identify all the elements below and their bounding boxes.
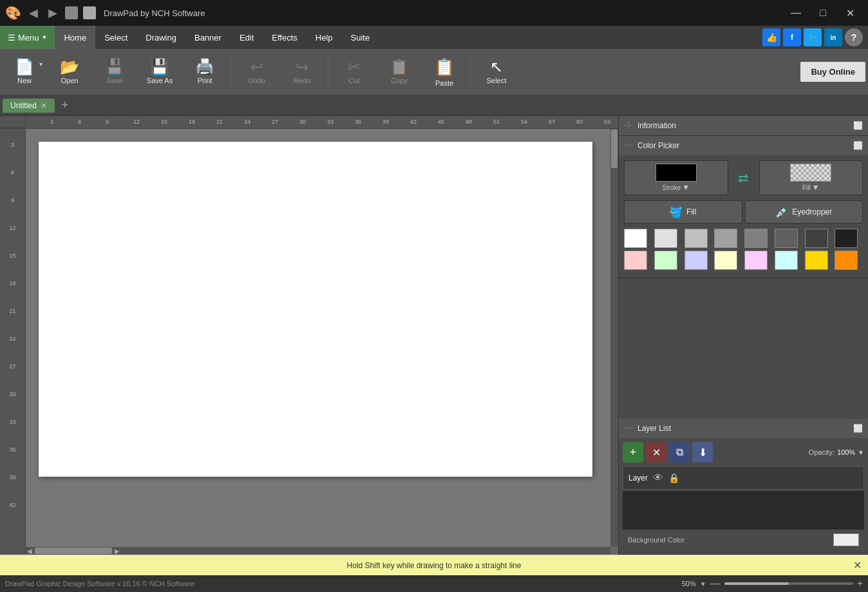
menu-label: Menu [18, 33, 39, 43]
print-btn[interactable]: 🖨️ Print [183, 52, 227, 93]
save-btn[interactable]: 💾 Save [93, 52, 137, 93]
color-swatch[interactable] [835, 251, 858, 270]
color-swatch[interactable] [835, 229, 858, 248]
color-swatch[interactable] [624, 229, 647, 248]
save-icon-disk[interactable] [65, 6, 78, 19]
copy-btn[interactable]: 📋 Copy [377, 52, 421, 93]
zoom-minus-btn[interactable]: — [710, 578, 721, 589]
nav-forward[interactable]: ▶ [46, 5, 60, 21]
linkedin-icon[interactable]: in [824, 28, 842, 46]
vertical-scrollbar[interactable] [610, 129, 618, 547]
zoombar: DrawPad Graphic Design Software v 10.16 … [0, 575, 868, 592]
opacity-dropdown-icon[interactable]: ▼ [858, 449, 864, 456]
tab-close-icon[interactable]: ✕ [41, 101, 47, 110]
scrollbar-thumb-h[interactable] [35, 548, 112, 554]
color-swatch[interactable] [624, 251, 647, 270]
new-btn[interactable]: 📄 New ▾ [3, 52, 46, 93]
menu-home[interactable]: Home [55, 26, 95, 49]
paste-btn[interactable]: 📋 Paste [422, 52, 466, 93]
scroll-left-btn[interactable]: ◀ [27, 548, 32, 555]
canvas-area: 369121518212427303336394245485154576063 … [0, 116, 618, 555]
color-swatch[interactable] [775, 229, 798, 248]
duplicate-layer-btn[interactable]: ⧉ [669, 442, 690, 463]
color-swatch[interactable] [805, 229, 828, 248]
menu-banner[interactable]: Banner [185, 26, 231, 49]
information-section: ➕ Information ⬜ [619, 116, 868, 136]
help-icon[interactable]: ? [845, 28, 863, 46]
stroke-dropdown-icon[interactable]: ▼ [682, 183, 690, 192]
twitter-icon[interactable]: 🐦 [804, 28, 822, 46]
color-swatch[interactable] [714, 251, 737, 270]
save-label: Save [106, 77, 122, 84]
canvas-surface[interactable] [39, 142, 592, 477]
fill-color-swatch[interactable] [790, 164, 831, 182]
color-picker-title: Color Picker [637, 141, 849, 150]
color-swatch[interactable] [744, 251, 768, 270]
cut-btn[interactable]: ✂ Cut [332, 52, 376, 93]
menu-select[interactable]: Select [95, 26, 137, 49]
scrollbar-thumb-v[interactable] [611, 129, 618, 168]
redo-btn[interactable]: ↪ Redo [280, 52, 324, 93]
saveas-btn[interactable]: 💾 Save As [138, 52, 182, 93]
color-picker-header[interactable]: ➖ Color Picker ⬜ [619, 136, 868, 155]
buy-online-btn[interactable]: Buy Online [800, 62, 865, 82]
close-btn[interactable]: ✕ [837, 3, 863, 23]
thumbsup-icon[interactable]: 👍 [762, 28, 780, 46]
eyedropper-btn[interactable]: 💉 Eyedropper [745, 200, 863, 224]
select-btn[interactable]: ↖ Select [475, 52, 518, 93]
color-swatch[interactable] [684, 229, 708, 248]
facebook-icon[interactable]: f [783, 28, 801, 46]
bg-color-swatch[interactable] [833, 533, 859, 546]
fill-btn-label: Fill [686, 207, 696, 216]
color-swatch[interactable] [714, 229, 737, 248]
nav-back[interactable]: ◀ [26, 5, 41, 21]
fill-dropdown-icon[interactable]: ▼ [812, 183, 820, 192]
toolbar-sep-2 [328, 56, 328, 88]
layer-item[interactable]: Layer 👁 🔒 [623, 466, 864, 490]
add-layer-btn[interactable]: + [623, 442, 643, 463]
zoom-dropdown-icon[interactable]: ▼ [700, 580, 706, 587]
color-swatch[interactable] [744, 229, 768, 248]
fill-box[interactable]: Fill ▼ [759, 160, 863, 195]
add-tab-btn[interactable]: + [57, 98, 73, 113]
color-swatch[interactable] [654, 251, 677, 270]
menu-hamburger-btn[interactable]: ☰ Menu ▼ [0, 26, 55, 49]
fill-bucket-icon: 🪣 [670, 206, 683, 218]
fill-action-btn[interactable]: 🪣 Fill [624, 200, 742, 224]
zoom-plus-btn[interactable]: + [857, 578, 863, 589]
save-icon-page[interactable] [83, 6, 96, 19]
menu-help[interactable]: Help [307, 26, 342, 49]
merge-layer-btn[interactable]: ⬇ [692, 442, 713, 463]
menu-drawing[interactable]: Drawing [137, 26, 185, 49]
color-swatch[interactable] [654, 229, 677, 248]
stroke-color-swatch[interactable] [656, 164, 697, 182]
menu-suite[interactable]: Suite [342, 26, 379, 49]
layer-toolbar: + ✕ ⧉ ⬇ Opacity: 100% ▼ [623, 442, 864, 463]
color-swatch[interactable] [775, 251, 798, 270]
scroll-right-btn[interactable]: ▶ [115, 548, 120, 555]
layer-lock-icon[interactable]: 🔒 [668, 473, 679, 483]
delete-layer-btn[interactable]: ✕ [646, 442, 666, 463]
information-header[interactable]: ➕ Information ⬜ [619, 116, 868, 135]
stroke-box[interactable]: Stroke ▼ [624, 160, 728, 195]
undo-btn[interactable]: ↩ Undo [235, 52, 279, 93]
menu-effects[interactable]: Effects [263, 26, 307, 49]
layer-list-header[interactable]: ➖ Layer List ⬜ [619, 419, 868, 438]
maximize-btn[interactable]: □ [810, 3, 836, 23]
swap-colors-btn[interactable]: ⇄ [731, 160, 757, 195]
color-swatch[interactable] [805, 251, 828, 270]
work-area: 369121518212427303336394245485154576063 … [0, 116, 868, 555]
tab-untitled[interactable]: Untitled ✕ [3, 99, 55, 113]
tab-label: Untitled [10, 101, 37, 110]
horizontal-scrollbar[interactable]: ◀ ▶ [26, 547, 610, 555]
open-btn[interactable]: 📂 Open [48, 52, 91, 93]
canvas-scroll-area[interactable] [26, 129, 610, 547]
zoom-slider[interactable] [724, 582, 853, 585]
color-swatch[interactable] [684, 251, 708, 270]
ruler-v-tick: 36 [0, 436, 25, 464]
layer-visibility-icon[interactable]: 👁 [653, 472, 663, 484]
menu-edit[interactable]: Edit [231, 26, 263, 49]
minimize-btn[interactable]: — [783, 3, 809, 23]
close-status-btn[interactable]: ✕ [853, 559, 862, 571]
bg-color-label: Background Color [628, 536, 828, 544]
